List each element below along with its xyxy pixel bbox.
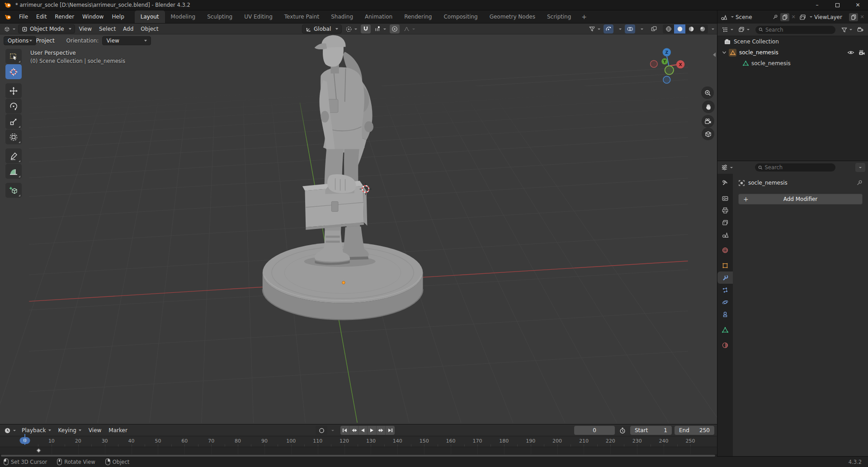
new-collection-button[interactable] [855,25,865,34]
tab-layout[interactable]: Layout [135,10,165,23]
object-visibility-dropdown[interactable] [587,24,602,33]
current-frame-field[interactable]: 0 [574,426,615,435]
tab-view-layer[interactable] [717,216,733,229]
tab-shading[interactable]: Shading [325,10,359,23]
tab-render[interactable] [717,192,733,204]
play-button[interactable] [368,426,377,435]
auto-keying-caret[interactable] [331,430,334,431]
outliner-search[interactable] [755,26,835,34]
timeline-playhead[interactable] [24,434,25,445]
hide-in-viewport-eye-icon[interactable] [847,50,854,55]
ruler-tick[interactable]: 80 [235,438,241,444]
tab-modifiers[interactable] [717,272,733,284]
ruler-tick[interactable]: 50 [155,438,161,444]
show-gizmo-button[interactable] [604,24,613,33]
ruler-tick[interactable]: 160 [446,438,456,444]
close-button[interactable]: ✕ [848,0,868,10]
gizmo-neg-x[interactable] [651,60,658,67]
ruler-tick[interactable]: 90 [261,438,268,444]
toggle-ortho-button[interactable] [702,128,714,140]
ruler-tick[interactable]: 100 [286,438,296,444]
start-frame-field[interactable]: Start1 [630,426,672,435]
disable-in-render-camera-icon[interactable] [858,50,865,56]
tab-output[interactable] [717,204,733,216]
tab-sculpting[interactable]: Sculpting [201,10,238,23]
tool-scale[interactable] [5,114,22,129]
tab-scene[interactable] [717,229,733,241]
viewlayer-name[interactable]: ViewLayer [814,14,847,20]
menu-keying[interactable]: Keying [55,427,85,434]
ruler-tick[interactable]: 170 [472,438,482,444]
ruler-tick[interactable]: 110 [313,438,322,444]
breadcrumb-object-name[interactable]: socle_nemesis [748,180,788,186]
show-overlays-button[interactable] [625,24,635,33]
tab-rendering[interactable]: Rendering [398,10,438,23]
pan-button[interactable] [702,100,715,113]
tab-particles[interactable] [717,284,733,296]
tab-material[interactable] [717,339,733,351]
zoom-button[interactable] [701,86,714,99]
menu-window[interactable]: Window [78,10,108,23]
timeline-marker-diamond[interactable] [37,448,41,453]
tab-modeling[interactable]: Modeling [165,10,202,23]
menu-marker[interactable]: Marker [105,427,130,434]
shading-settings-caret[interactable] [712,29,714,30]
minimize-button[interactable]: – [807,0,827,10]
gizmo-settings-caret[interactable] [615,24,623,33]
menu-object[interactable]: Object [137,26,161,32]
sidebar-collapse-arrow[interactable] [713,52,716,57]
menu-add[interactable]: Add [120,26,137,32]
ruler-tick[interactable]: 60 [181,438,188,444]
tab-animation[interactable]: Animation [359,10,398,23]
proportional-editing-button[interactable] [390,24,400,33]
ruler-tick[interactable]: 140 [393,438,402,444]
viewport-3d[interactable]: Y Z X Surface Project Orientation: View [0,34,717,424]
prev-keyframe-button[interactable] [349,426,359,435]
ruler-tick[interactable]: 200 [552,438,562,444]
add-workspace-button[interactable]: + [577,10,591,23]
jump-to-start-button[interactable] [340,426,349,435]
use-preview-range-button[interactable] [618,426,627,435]
ruler-tick[interactable]: 20 [75,438,81,444]
new-viewlayer-button[interactable] [849,13,858,21]
tool-measure[interactable] [5,164,22,179]
menu-playback[interactable]: Playback [19,427,54,434]
tool-select-box[interactable] [5,49,22,64]
gizmo-neg-y[interactable] [665,66,674,74]
overlays-settings-caret[interactable] [637,24,645,33]
options-dropdown[interactable]: Options [4,36,36,45]
mode-dropdown[interactable]: Object Mode [18,24,75,33]
scene-name[interactable]: Scene [736,14,769,20]
tab-scripting[interactable]: Scripting [541,10,577,23]
tab-uv-editing[interactable]: UV Editing [238,10,278,23]
tool-transform[interactable] [5,129,22,144]
ruler-tick[interactable]: 120 [340,438,349,444]
tab-object[interactable] [717,259,733,272]
properties-search[interactable] [755,163,835,172]
menu-view[interactable]: View [76,26,95,32]
ruler-tick[interactable]: 30 [102,438,108,444]
properties-editor-type-button[interactable] [719,163,735,172]
expand-chevron-icon[interactable] [722,51,726,54]
outliner-search-input[interactable] [765,27,832,33]
pin-scene-icon[interactable] [770,13,779,21]
tool-rotate[interactable] [5,99,22,114]
jump-to-end-button[interactable] [386,426,395,435]
ruler-tick[interactable]: 220 [606,438,615,444]
timeline-scrollbar[interactable] [0,454,717,457]
camera-view-button[interactable] [702,115,714,128]
ruler-tick[interactable]: 70 [208,438,214,444]
timeline-editor-type-button[interactable] [2,426,18,435]
transform-orientation-dropdown[interactable]: Global [302,24,342,33]
new-scene-button[interactable] [780,13,789,21]
scene-dropdown-caret[interactable] [731,16,734,18]
remove-viewlayer-button[interactable]: ✕ [859,14,865,20]
tab-world[interactable] [717,244,733,256]
ruler-tick[interactable]: 250 [686,438,695,444]
navigation-gizmo[interactable]: Y Z X [651,48,685,83]
gizmo-neg-z[interactable] [663,76,670,83]
menu-edit[interactable]: Edit [32,10,51,23]
unlink-scene-button[interactable]: ✕ [790,14,797,20]
toggle-xray-button[interactable] [649,24,659,33]
end-frame-field[interactable]: End250 [675,426,714,435]
